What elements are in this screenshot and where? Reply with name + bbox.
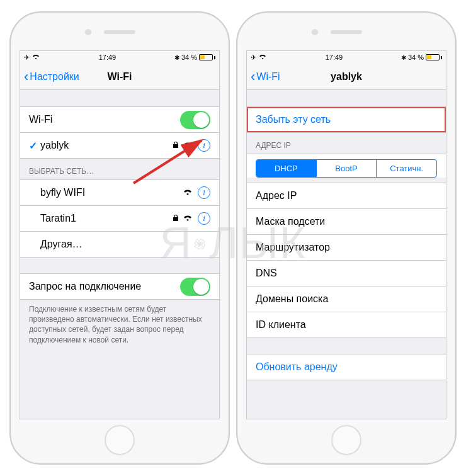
- navbar: ‹ Настройки Wi-Fi: [20, 64, 219, 90]
- seg-static[interactable]: Статичн.: [376, 160, 436, 177]
- connected-network-name: yablyk: [40, 140, 69, 151]
- battery-icon: [426, 54, 442, 60]
- field-subnet-mask[interactable]: Маска подсети: [247, 208, 446, 235]
- ask-to-join-label: Запрос на подключение: [29, 281, 141, 292]
- field-label: ID клиента: [256, 319, 306, 331]
- phone-speaker: [104, 30, 135, 34]
- battery-percent: 34 %: [181, 54, 197, 61]
- wifi-toggle-label: Wi-Fi: [29, 114, 52, 125]
- network-row[interactable]: Taratin1 i: [20, 205, 219, 232]
- back-label: Настройки: [30, 71, 79, 82]
- wifi-icon: [183, 214, 193, 224]
- battery-percent: 34 %: [408, 54, 424, 61]
- battery-icon: [199, 54, 215, 60]
- field-ip-address[interactable]: Адрес IP: [247, 183, 446, 209]
- status-time: 17:49: [99, 54, 116, 61]
- back-label: Wi-Fi: [256, 71, 280, 82]
- lock-icon: [173, 214, 179, 224]
- field-search-domains[interactable]: Домены поиска: [247, 286, 446, 312]
- field-label: Маска подсети: [256, 216, 325, 227]
- field-label: Домены поиска: [256, 293, 328, 305]
- bluetooth-icon: ✱: [174, 54, 179, 61]
- back-button[interactable]: ‹ Настройки: [20, 71, 79, 82]
- network-row[interactable]: byfly WIFI i: [20, 179, 219, 206]
- status-bar: ✈︎ 17:49 ✱ 34 %: [20, 51, 219, 64]
- phone-camera: [312, 29, 318, 35]
- wifi-icon: [183, 141, 193, 150]
- home-button[interactable]: [105, 425, 135, 455]
- info-icon[interactable]: i: [198, 139, 210, 152]
- status-time: 17:49: [326, 54, 343, 61]
- phone-left: ✈︎ 17:49 ✱ 34 % ‹ Настройки Wi-Fi: [9, 11, 230, 465]
- wifi-status-icon: [258, 54, 267, 61]
- forget-network-label: Забыть эту сеть: [256, 114, 331, 125]
- field-router[interactable]: Маршрутизатор: [247, 234, 446, 261]
- field-label: DNS: [256, 268, 277, 279]
- seg-dhcp[interactable]: DHCP: [256, 160, 316, 177]
- network-name: byfly WIFI: [40, 187, 85, 198]
- back-button[interactable]: ‹ Wi-Fi: [247, 71, 280, 82]
- lock-icon: [173, 141, 179, 150]
- phone-camera: [85, 29, 91, 35]
- field-label: Адрес IP: [256, 190, 297, 201]
- ask-to-join-row: Запрос на подключение: [20, 273, 219, 300]
- field-label: Маршрутизатор: [256, 242, 330, 253]
- bluetooth-icon: ✱: [401, 54, 406, 61]
- connected-network-row[interactable]: ✓ yablyk i: [20, 132, 219, 159]
- screen-network-detail: ✈︎ 17:49 ✱ 34 % ‹ Wi-Fi yablyk: [246, 50, 446, 419]
- wifi-toggle[interactable]: [180, 111, 210, 129]
- ip-mode-segmented[interactable]: DHCP BootP Статичн.: [256, 159, 437, 178]
- navbar: ‹ Wi-Fi yablyk: [247, 64, 446, 90]
- phone-right: ✈︎ 17:49 ✱ 34 % ‹ Wi-Fi yablyk: [236, 11, 457, 465]
- checkmark-icon: ✓: [29, 140, 40, 152]
- group-select-label: ВЫБРАТЬ СЕТЬ…: [20, 158, 219, 179]
- group-ip-label: АДРЕС IP: [247, 132, 446, 154]
- field-client-id[interactable]: ID клиента: [247, 312, 446, 338]
- renew-lease-label: Обновить аренду: [256, 361, 338, 373]
- ask-to-join-toggle[interactable]: [180, 278, 210, 296]
- screen-wifi-list: ✈︎ 17:49 ✱ 34 % ‹ Настройки Wi-Fi: [20, 50, 220, 419]
- other-network-label: Другая…: [40, 239, 82, 250]
- renew-lease-button[interactable]: Обновить аренду: [247, 354, 446, 380]
- wifi-toggle-row: Wi-Fi: [20, 106, 219, 133]
- phone-speaker: [331, 30, 362, 34]
- wifi-icon: [183, 188, 193, 198]
- status-bar: ✈︎ 17:49 ✱ 34 %: [247, 51, 446, 64]
- home-button[interactable]: [331, 425, 361, 455]
- forget-network-button[interactable]: Забыть эту сеть: [247, 106, 446, 133]
- network-name: Taratin1: [40, 213, 76, 224]
- airplane-icon: ✈︎: [251, 54, 256, 62]
- info-icon[interactable]: i: [198, 212, 210, 225]
- seg-bootp[interactable]: BootP: [316, 160, 377, 177]
- other-network-row[interactable]: Другая…: [20, 231, 219, 258]
- wifi-status-icon: [31, 54, 40, 61]
- info-icon[interactable]: i: [198, 186, 210, 199]
- airplane-icon: ✈︎: [24, 54, 30, 62]
- ask-to-join-footer: Подключение к известным сетям будет прои…: [20, 299, 219, 350]
- field-dns[interactable]: DNS: [247, 260, 446, 286]
